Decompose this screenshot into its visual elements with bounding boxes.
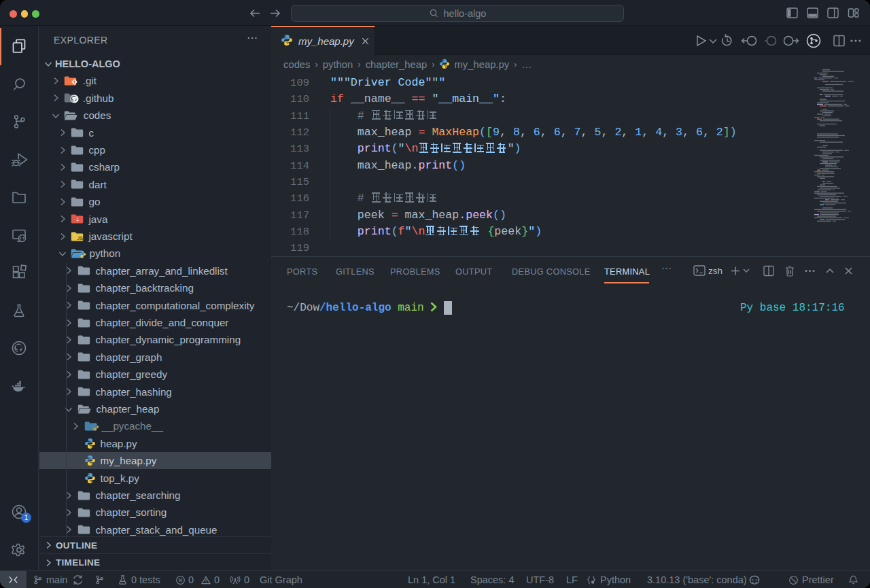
svg-text:zsh: zsh: [708, 266, 723, 276]
svg-text:JS: JS: [77, 235, 84, 240]
